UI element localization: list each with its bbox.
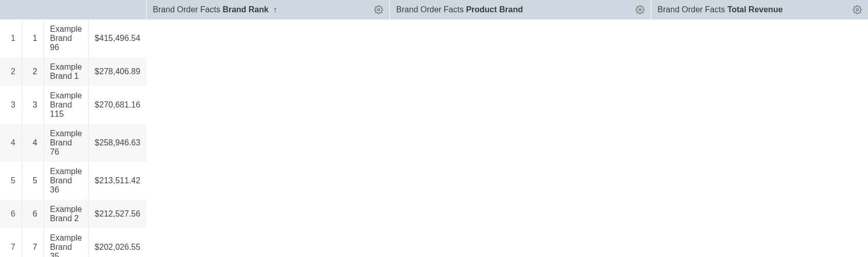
gear-icon[interactable]	[635, 5, 645, 14]
total-revenue-cell[interactable]: $270,681.16	[88, 86, 146, 124]
header-prefix: Brand Order Facts	[396, 5, 464, 14]
table-row[interactable]: 22Example Brand 1$278,406.89	[0, 57, 147, 86]
table-body: 11Example Brand 96$415,496.5422Example B…	[0, 19, 147, 257]
total-revenue-cell[interactable]: $278,406.89	[88, 57, 146, 86]
product-brand-cell[interactable]: Example Brand 96	[44, 19, 88, 57]
total-revenue-cell[interactable]: $258,946.63	[88, 124, 146, 162]
svg-point-1	[639, 9, 642, 11]
data-table: Brand Order Facts Brand Rank ↑ Brand Ord…	[0, 0, 868, 257]
row-number-cell: 5	[0, 162, 22, 200]
row-number-cell: 6	[0, 200, 22, 228]
product-brand-cell[interactable]: Example Brand 2	[44, 200, 88, 228]
brand-rank-cell[interactable]: 2	[22, 57, 44, 86]
table-header: Brand Order Facts Brand Rank ↑ Brand Ord…	[0, 0, 868, 19]
table-row[interactable]: 44Example Brand 76$258,946.63	[0, 124, 147, 162]
brand-rank-cell[interactable]: 1	[22, 19, 44, 57]
product-brand-cell[interactable]: Example Brand 36	[44, 162, 88, 200]
table-row[interactable]: 77Example Brand 35$202,026.55	[0, 228, 147, 257]
table-row[interactable]: 33Example Brand 115$270,681.16	[0, 86, 147, 124]
product-brand-cell[interactable]: Example Brand 1	[44, 57, 88, 86]
product-brand-cell[interactable]: Example Brand 35	[44, 228, 88, 257]
product-brand-cell[interactable]: Example Brand 115	[44, 86, 88, 124]
brand-rank-cell[interactable]: 7	[22, 228, 44, 257]
product-brand-cell[interactable]: Example Brand 76	[44, 124, 88, 162]
column-header-label: Brand Order Facts Brand Rank ↑	[153, 5, 277, 14]
row-number-cell: 2	[0, 57, 22, 86]
column-header-total-revenue[interactable]: Brand Order Facts Total Revenue	[651, 0, 868, 19]
row-number-cell: 4	[0, 124, 22, 162]
svg-point-2	[856, 9, 859, 11]
header-field: Total Revenue	[727, 5, 782, 14]
brand-rank-cell[interactable]: 4	[22, 124, 44, 162]
row-number-cell: 3	[0, 86, 22, 124]
column-header-brand-rank[interactable]: Brand Order Facts Brand Rank ↑	[147, 0, 390, 19]
sort-arrow-icon: ↑	[273, 5, 277, 14]
column-header-label: Brand Order Facts Product Brand	[396, 5, 523, 14]
total-revenue-cell[interactable]: $213,511.42	[88, 162, 146, 200]
header-prefix: Brand Order Facts	[153, 5, 220, 14]
gear-icon[interactable]	[853, 5, 862, 14]
column-header-product-brand[interactable]: Brand Order Facts Product Brand	[390, 0, 651, 19]
header-row: Brand Order Facts Brand Rank ↑ Brand Ord…	[0, 0, 868, 19]
row-number-header[interactable]	[0, 0, 147, 19]
header-field: Product Brand	[466, 5, 523, 14]
row-number-cell: 1	[0, 19, 22, 57]
brand-rank-cell[interactable]: 6	[22, 200, 44, 228]
total-revenue-cell[interactable]: $415,496.54	[88, 19, 146, 57]
column-header-label: Brand Order Facts Total Revenue	[657, 5, 782, 14]
row-number-cell: 7	[0, 228, 22, 257]
svg-point-0	[378, 9, 380, 11]
brand-rank-cell[interactable]: 5	[22, 162, 44, 200]
header-prefix: Brand Order Facts	[657, 5, 725, 14]
header-field: Brand Rank	[222, 5, 268, 14]
total-revenue-cell[interactable]: $202,026.55	[88, 228, 146, 257]
gear-icon[interactable]	[374, 5, 383, 14]
table-row[interactable]: 11Example Brand 96$415,496.54	[0, 19, 147, 57]
table-row[interactable]: 55Example Brand 36$213,511.42	[0, 162, 147, 200]
table-row[interactable]: 66Example Brand 2$212,527.56	[0, 200, 147, 228]
total-revenue-cell[interactable]: $212,527.56	[88, 200, 146, 228]
brand-rank-cell[interactable]: 3	[22, 86, 44, 124]
